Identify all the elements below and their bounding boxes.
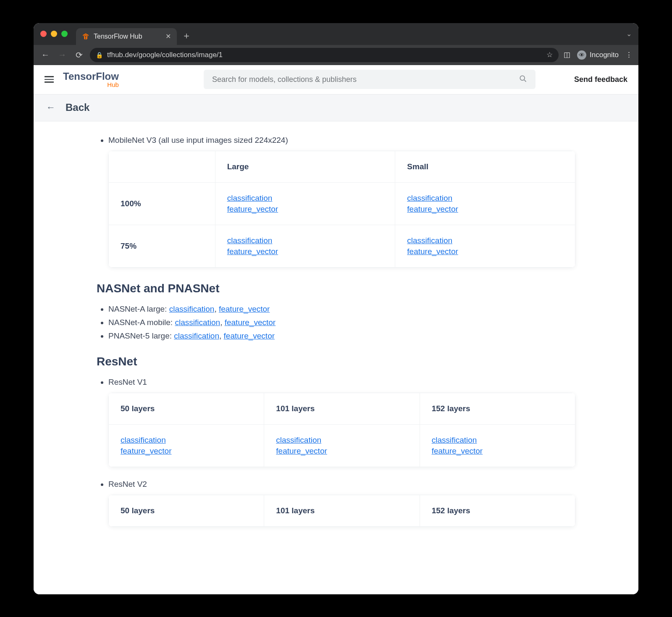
resnet-v2-table: 50 layers 101 layers 152 layers	[108, 495, 575, 527]
table-cell: classification feature_vector	[420, 424, 575, 467]
logo-text: TensorFlow	[63, 71, 119, 81]
browser-window: TensorFlow Hub ✕ ＋ ⌄ ← → ⟳ 🔒 tfhub.dev/g…	[34, 23, 638, 594]
minimize-window-button[interactable]	[51, 31, 57, 37]
svg-line-1	[524, 80, 526, 81]
list-item-prefix: NASNet-A mobile:	[108, 318, 175, 327]
table-cell: classification feature_vector	[395, 182, 575, 225]
classification-link[interactable]: classification	[121, 436, 252, 445]
nasnet-heading: NASNet and PNASNet	[97, 282, 575, 295]
list-item-prefix: NASNet-A large:	[108, 305, 169, 313]
tab-title: TensorFlow Hub	[94, 33, 161, 40]
feature-vector-link[interactable]: feature_vector	[224, 331, 275, 340]
kebab-menu-icon[interactable]: ⋮	[625, 50, 633, 59]
table-header: 101 layers	[264, 495, 420, 526]
window-controls	[40, 31, 68, 37]
menu-icon[interactable]	[45, 76, 54, 83]
search-icon[interactable]	[519, 74, 527, 85]
classification-link[interactable]: classification	[407, 194, 563, 203]
table-row: classification feature_vector classifica…	[109, 424, 575, 467]
table-row: 75% classification feature_vector classi…	[109, 225, 575, 267]
address-bar[interactable]: 🔒 tfhub.dev/google/collections/image/1 ☆	[90, 48, 559, 62]
list-item: ResNet V2 50 layers 101 layers 152 layer…	[108, 480, 575, 527]
table-header: 50 layers	[109, 495, 264, 526]
feature-vector-link[interactable]: feature_vector	[219, 305, 270, 313]
list-item: NASNet-A large: classification, feature_…	[108, 305, 575, 314]
reload-button[interactable]: ⟳	[73, 50, 85, 60]
feature-vector-link[interactable]: feature_vector	[276, 446, 407, 456]
logo[interactable]: TensorFlow Hub	[63, 71, 119, 88]
browser-tab[interactable]: TensorFlow Hub ✕	[76, 28, 177, 45]
table-header: 152 layers	[420, 393, 575, 424]
table-row: 50 layers 101 layers 152 layers	[109, 393, 575, 424]
chevron-down-icon[interactable]: ⌄	[626, 30, 632, 38]
table-header: Large	[215, 151, 395, 182]
new-tab-button[interactable]: ＋	[182, 29, 191, 42]
svg-point-0	[520, 76, 525, 80]
table-header: Small	[395, 151, 575, 182]
table-header: 101 layers	[264, 393, 420, 424]
table-cell: classification feature_vector	[395, 225, 575, 267]
mobilenet-bullet: MobileNet V3 (all use input images sized…	[108, 136, 288, 144]
resnet-v1-bullet: ResNet V1	[108, 378, 147, 386]
list-item: PNASNet-5 large: classification, feature…	[108, 331, 575, 341]
resnet-v1-table: 50 layers 101 layers 152 layers classifi…	[108, 393, 575, 467]
table-row: 50 layers 101 layers 152 layers	[109, 495, 575, 526]
mobilenet-table: Large Small 100% classification	[108, 151, 575, 268]
back-button[interactable]: ←	[39, 50, 51, 60]
classification-link[interactable]: classification	[432, 436, 563, 445]
classification-link[interactable]: classification	[227, 194, 383, 203]
browser-toolbar: ← → ⟳ 🔒 tfhub.dev/google/collections/ima…	[34, 45, 638, 65]
resnet-heading: ResNet	[97, 355, 575, 368]
back-bar: ← Back	[34, 95, 638, 121]
feature-vector-link[interactable]: feature_vector	[407, 205, 563, 214]
table-row: 100% classification feature_vector class…	[109, 182, 575, 225]
feature-vector-link[interactable]: feature_vector	[121, 446, 252, 456]
url-text: tfhub.dev/google/collections/image/1	[107, 51, 542, 59]
classification-link[interactable]: classification	[175, 318, 220, 327]
feature-vector-link[interactable]: feature_vector	[407, 247, 563, 256]
list-item: MobileNet V3 (all use input images sized…	[108, 136, 575, 268]
table-cell: classification feature_vector	[264, 424, 420, 467]
list-item: ResNet V1 50 layers 101 layers 152 layer…	[108, 378, 575, 467]
maximize-window-button[interactable]	[61, 31, 68, 37]
close-tab-icon[interactable]: ✕	[165, 32, 171, 40]
incognito-label: Incognito	[590, 51, 619, 59]
table-cell: classification feature_vector	[109, 424, 264, 467]
table-cell: classification feature_vector	[215, 225, 395, 267]
app-header: TensorFlow Hub Send feedback	[34, 65, 638, 95]
back-arrow-icon[interactable]: ←	[46, 102, 55, 113]
incognito-icon: 👁	[577, 50, 586, 60]
search-input[interactable]	[212, 75, 519, 84]
list-item-prefix: PNASNet-5 large:	[108, 331, 174, 340]
send-feedback-link[interactable]: Send feedback	[574, 75, 627, 84]
resnet-v2-bullet: ResNet V2	[108, 480, 147, 488]
classification-link[interactable]: classification	[276, 436, 407, 445]
feature-vector-link[interactable]: feature_vector	[227, 247, 383, 256]
tensorflow-icon	[82, 33, 89, 40]
search-box[interactable]	[204, 70, 536, 89]
forward-button[interactable]: →	[56, 50, 68, 60]
lock-icon: 🔒	[96, 52, 103, 58]
feature-vector-link[interactable]: feature_vector	[432, 446, 563, 456]
page-content[interactable]: MobileNet V3 (all use input images sized…	[34, 121, 638, 594]
browser-tab-strip: TensorFlow Hub ✕ ＋ ⌄	[34, 23, 638, 45]
row-label: 75%	[109, 225, 215, 267]
panel-icon[interactable]: ◫	[564, 50, 570, 59]
table-header	[109, 151, 215, 182]
close-window-button[interactable]	[40, 31, 47, 37]
list-item: NASNet-A mobile: classification, feature…	[108, 318, 575, 327]
table-header: 152 layers	[420, 495, 575, 526]
row-label: 100%	[109, 182, 215, 225]
incognito-badge[interactable]: 👁 Incognito	[577, 50, 619, 60]
star-icon[interactable]: ☆	[546, 50, 553, 59]
classification-link[interactable]: classification	[174, 331, 219, 340]
feature-vector-link[interactable]: feature_vector	[227, 205, 383, 214]
classification-link[interactable]: classification	[227, 236, 383, 245]
feature-vector-link[interactable]: feature_vector	[225, 318, 276, 327]
table-header: 50 layers	[109, 393, 264, 424]
logo-subtext: Hub	[107, 81, 119, 88]
classification-link[interactable]: classification	[169, 305, 215, 313]
app-viewport: TensorFlow Hub Send feedback ← Back	[34, 65, 638, 594]
table-row: Large Small	[109, 151, 575, 182]
classification-link[interactable]: classification	[407, 236, 563, 245]
